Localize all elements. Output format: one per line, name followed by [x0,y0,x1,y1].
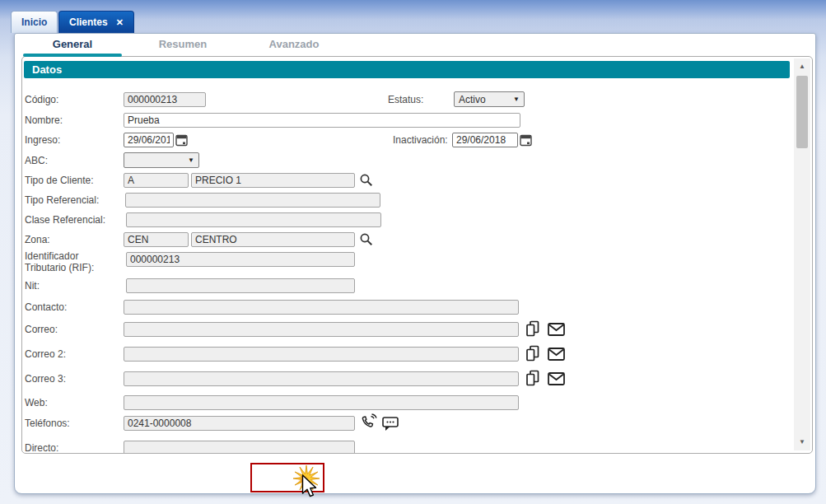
correo-label: Correo: [25,324,58,335]
web-input[interactable] [124,395,519,410]
directo-input[interactable] [124,441,355,454]
section-header-datos: Datos [24,61,790,78]
codigo-input[interactable] [124,92,206,107]
directo-label: Directo: [25,442,58,454]
abc-select[interactable]: ▼ [124,152,199,168]
eliminar-highlight-box [250,463,324,492]
estatus-value: Activo [459,94,486,105]
telefonos-input[interactable] [124,416,355,431]
clase-referencial-input[interactable] [126,212,381,227]
mail-icon[interactable] [548,372,565,385]
sms-chat-icon[interactable] [382,417,399,432]
mail-icon[interactable] [548,323,565,336]
correo3-label: Correo 3: [25,373,66,385]
search-icon[interactable] [359,173,373,187]
nit-input[interactable] [126,278,355,293]
web-label: Web: [25,397,48,408]
mail-icon[interactable] [548,348,565,361]
ingreso-date-input[interactable] [124,133,174,147]
nombre-input[interactable] [124,113,520,128]
telefonos-label: Teléfonos: [25,418,70,429]
phone-call-icon[interactable] [360,413,378,432]
calendar-icon[interactable] [175,133,188,147]
inactivacion-label: Inactivación: [393,134,448,146]
tipo-cliente-label: Tipo de Cliente: [25,175,94,186]
search-icon[interactable] [359,232,373,246]
codigo-label: Código: [25,94,58,105]
tipo-cliente-desc-input[interactable] [191,173,355,188]
nit-label: Nit: [25,280,40,292]
clientes-window: Inicio Clientes ✕ General Resumen Avanza… [0,0,826,504]
zona-label: Zona: [25,234,50,245]
ingreso-label: Ingreso: [25,134,60,146]
correo2-label: Correo 2: [25,348,66,360]
tab-general[interactable]: General [21,38,124,53]
form-scroll-area: Datos Código: Estatus: Activo ▼ Nombre: … [21,56,813,454]
tab-clientes-label: Clientes [69,16,108,28]
calendar-icon[interactable] [520,133,532,147]
zona-code-input[interactable] [124,232,189,247]
tab-inicio-label: Inicio [21,16,47,28]
copy-icon[interactable] [525,345,539,362]
scroll-up-icon[interactable]: ▲ [794,60,810,73]
correo3-input[interactable] [124,371,519,386]
vertical-scrollbar[interactable]: ▲ ▼ [794,58,810,450]
tab-inicio[interactable]: Inicio [11,11,58,33]
estatus-label: Estatus: [388,94,423,105]
rif-label: Identificador Tributario (RIF): [25,250,122,273]
tipo-cliente-code-input[interactable] [124,173,189,188]
tab-resumen[interactable]: Resumen [132,38,234,53]
copy-icon[interactable] [525,370,539,386]
close-icon[interactable]: ✕ [116,17,124,28]
chevron-down-icon: ▼ [513,96,520,103]
tab-avanzado[interactable]: Avanzado [243,38,345,53]
contacto-input[interactable] [124,300,519,315]
estatus-select[interactable]: Activo ▼ [454,91,525,107]
copy-icon[interactable] [525,320,539,337]
rif-input[interactable] [126,252,355,267]
scroll-down-icon[interactable]: ▼ [794,436,810,449]
correo-input[interactable] [124,322,519,337]
zona-desc-input[interactable] [191,232,355,247]
clase-referencial-label: Clase Referencial: [25,214,105,226]
chevron-down-icon: ▼ [188,156,194,164]
contacto-label: Contacto: [25,301,67,313]
abc-label: ABC: [25,155,48,166]
tab-clientes[interactable]: Clientes ✕ [58,11,134,33]
correo2-input[interactable] [124,347,519,362]
inactivacion-date-input[interactable] [452,133,518,147]
nombre-label: Nombre: [25,114,63,126]
tipo-referencial-input[interactable] [125,193,380,208]
scrollbar-thumb[interactable] [796,76,808,148]
tipo-referencial-label: Tipo Referencial: [25,194,99,206]
